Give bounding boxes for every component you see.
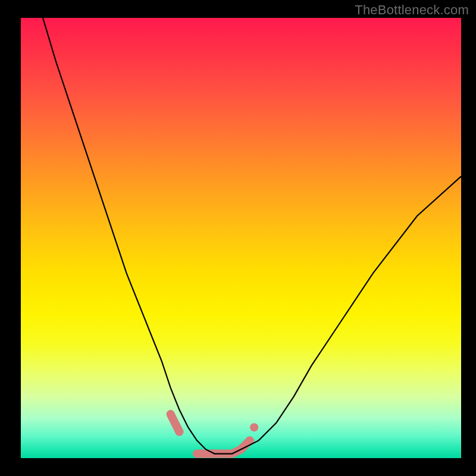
bottleneck-curve: [43, 18, 461, 454]
highlight-markers: [171, 414, 255, 454]
watermark-text: TheBottleneck.com: [355, 2, 469, 18]
plot-area: [21, 18, 461, 458]
curve-layer: [21, 18, 461, 458]
chart-frame: TheBottleneck.com: [0, 0, 476, 476]
